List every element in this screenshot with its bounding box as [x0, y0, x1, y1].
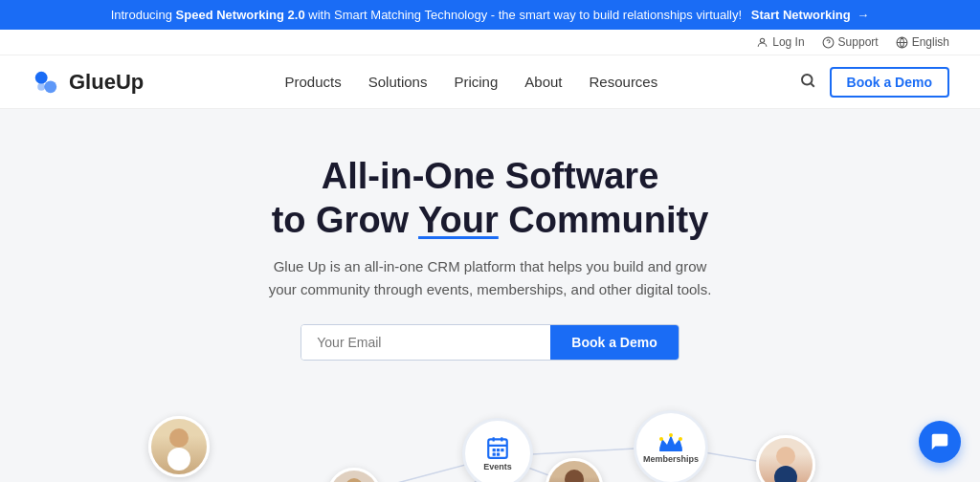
svg-point-4: [44, 80, 56, 93]
svg-point-16: [345, 478, 363, 482]
svg-rect-21: [774, 466, 797, 482]
logo-icon: [31, 67, 61, 98]
memberships-icon-circle: Memberships: [634, 410, 708, 482]
nav-solutions[interactable]: Solutions: [368, 74, 428, 90]
hero-section: All-in-One Software to Grow Your Communi…: [0, 109, 980, 482]
nav-resources[interactable]: Resources: [590, 74, 658, 90]
announcement-bold: Speed Networking 2.0: [176, 8, 305, 22]
person-avatar-2: [327, 468, 381, 482]
svg-point-3: [35, 71, 48, 83]
svg-point-14: [169, 428, 189, 448]
svg-rect-32: [493, 453, 496, 456]
person-avatar-3: [546, 458, 603, 482]
svg-point-18: [565, 470, 584, 482]
svg-point-0: [761, 38, 765, 42]
svg-rect-29: [493, 449, 496, 451]
email-input[interactable]: [301, 325, 550, 360]
svg-rect-15: [167, 448, 190, 471]
arrow-icon: →: [857, 8, 869, 22]
nav-right: Book a Demo: [799, 67, 949, 98]
hero-book-demo-button[interactable]: Book a Demo: [550, 325, 678, 360]
svg-point-36: [669, 433, 673, 437]
nav-links: Products Solutions Pricing About Resourc…: [285, 74, 658, 90]
announcement-text: Introducing Speed Networking 2.0 with Sm…: [111, 8, 870, 22]
navbar: GlueUp Products Solutions Pricing About …: [0, 55, 980, 109]
support-link[interactable]: Support: [822, 35, 879, 49]
globe-icon: [896, 36, 908, 49]
svg-rect-30: [497, 449, 500, 451]
chat-icon: [929, 431, 950, 452]
events-icon: [485, 435, 510, 460]
events-icon-circle: Events: [462, 418, 533, 482]
svg-point-20: [776, 447, 795, 466]
svg-point-5: [37, 82, 45, 90]
nav-about[interactable]: About: [524, 74, 562, 90]
support-icon: [822, 36, 835, 49]
search-icon: [799, 72, 816, 89]
svg-rect-33: [497, 453, 500, 456]
svg-point-6: [802, 75, 813, 85]
chat-bubble-button[interactable]: [919, 421, 961, 463]
svg-point-37: [679, 437, 682, 441]
email-form: Book a Demo: [301, 324, 679, 361]
language-selector[interactable]: English: [896, 35, 949, 49]
start-networking-link[interactable]: Start Networking →: [751, 8, 870, 22]
svg-point-35: [659, 437, 663, 441]
nav-products[interactable]: Products: [285, 74, 342, 90]
svg-rect-34: [659, 449, 682, 451]
announcement-bar: Introducing Speed Networking 2.0 with Sm…: [0, 0, 980, 30]
svg-rect-31: [501, 449, 503, 451]
memberships-label: Memberships: [643, 454, 699, 464]
hero-headline: All-in-One Software to Grow Your Communi…: [272, 155, 709, 242]
network-visualization: Events Memberships Campaigns: [0, 389, 980, 482]
logo[interactable]: GlueUp: [31, 67, 144, 98]
search-button[interactable]: [799, 72, 816, 93]
events-label: Events: [483, 462, 512, 471]
person-avatar-4: [756, 435, 815, 482]
logo-text: GlueUp: [69, 70, 144, 95]
utility-bar: Log In Support English: [0, 30, 980, 55]
memberships-icon: [657, 431, 684, 452]
hero-description: Glue Up is an all-in-one CRM platform th…: [260, 255, 720, 301]
nav-pricing[interactable]: Pricing: [454, 74, 498, 90]
book-demo-button[interactable]: Book a Demo: [830, 67, 949, 98]
person-avatar-1: [148, 416, 210, 477]
login-link[interactable]: Log In: [756, 35, 804, 49]
person-icon: [756, 36, 768, 49]
